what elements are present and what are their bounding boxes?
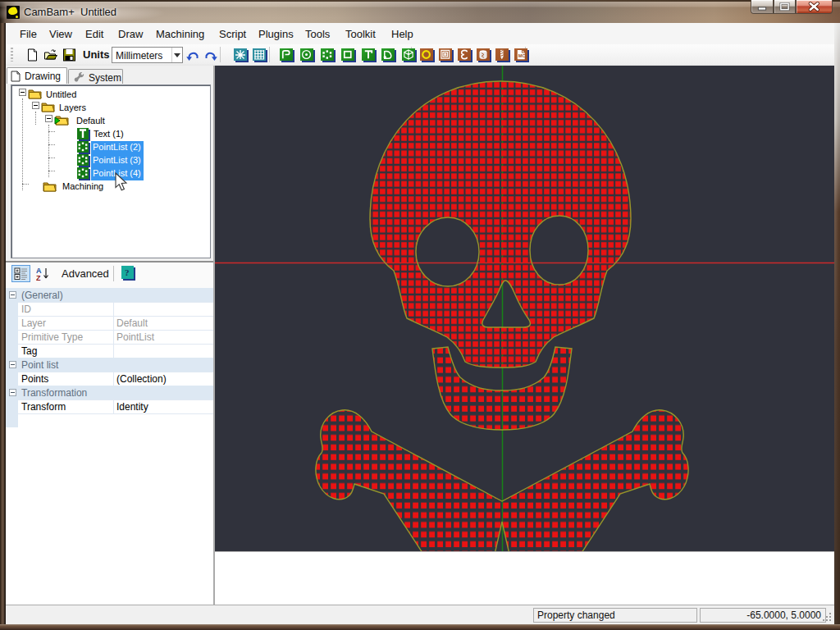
svg-text:Z: Z <box>36 274 41 282</box>
svg-text:MC: MC <box>518 53 526 58</box>
svg-text:?: ? <box>125 267 130 277</box>
